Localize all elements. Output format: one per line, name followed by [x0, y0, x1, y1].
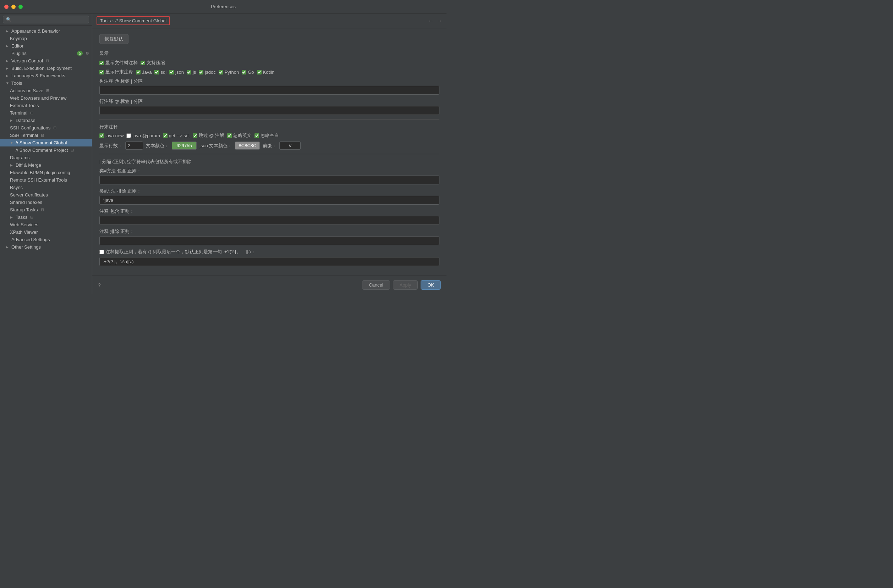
checkbox-kotlin-input[interactable]: [257, 70, 262, 75]
comment-include-input[interactable]: [99, 216, 439, 225]
checkbox-label: Go: [248, 69, 254, 75]
checkbox-json[interactable]: json: [169, 69, 184, 75]
comment-exclude-input[interactable]: [99, 236, 439, 245]
checkbox-js-input[interactable]: [187, 70, 191, 75]
checkbox-show-line-comment[interactable]: 显示行末注释: [99, 69, 133, 75]
sidebar-item-tools[interactable]: ▼ Tools: [0, 80, 92, 87]
sidebar-item-remote-ssh[interactable]: Remote SSH External Tools: [0, 176, 92, 184]
sidebar-item-server-certs[interactable]: Server Certificates: [0, 191, 92, 199]
sidebar-item-languages[interactable]: ▶ Languages & Frameworks: [0, 72, 92, 80]
checkbox-python[interactable]: Python: [219, 69, 239, 75]
checkbox-java-param-input[interactable]: [126, 134, 131, 138]
forward-arrow[interactable]: →: [437, 18, 442, 24]
gear-icon: ⊟: [46, 58, 49, 63]
nav-arrows: ← →: [428, 18, 442, 24]
restore-default-button[interactable]: 恢复默认: [99, 34, 128, 44]
help-icon[interactable]: ?: [98, 282, 101, 288]
checkbox-jsdoc-input[interactable]: [199, 70, 203, 75]
checkbox-java-new[interactable]: java new: [99, 133, 123, 138]
sidebar-item-web-services[interactable]: Web Services: [0, 221, 92, 228]
sidebar-item-tasks[interactable]: ▶ Tasks ⊟: [0, 213, 92, 221]
sidebar-item-build[interactable]: ▶ Build, Execution, Deployment: [0, 64, 92, 72]
checkbox-ignore-english[interactable]: 忽略英文: [227, 132, 252, 139]
gear-icon: ⊟: [71, 148, 74, 153]
display-rows-input[interactable]: [125, 141, 143, 150]
sidebar-item-plugins[interactable]: Plugins 5 ⚙: [0, 50, 92, 57]
regex-value-input[interactable]: [99, 257, 439, 266]
gear-icon: ⊟: [41, 133, 44, 138]
sidebar-item-label: Version Control: [11, 58, 43, 63]
sidebar-item-editor[interactable]: ▶ Editor: [0, 42, 92, 50]
sidebar-item-flowable[interactable]: Flowable BPMN plugin config: [0, 169, 92, 176]
checkbox-regex-note-input[interactable]: [99, 250, 104, 254]
back-arrow[interactable]: ←: [428, 18, 434, 24]
tree-comment-input[interactable]: [99, 86, 439, 95]
checkbox-get-set[interactable]: get --> set: [163, 133, 190, 138]
sidebar-item-version-control[interactable]: ▶ Version Control ⊟: [0, 57, 92, 64]
sidebar-item-startup-tasks[interactable]: Startup Tasks ⊟: [0, 206, 92, 213]
sidebar-item-diff-merge[interactable]: ▶ Diff & Merge: [0, 161, 92, 169]
checkbox-jsdoc[interactable]: jsdoc: [199, 69, 215, 75]
class-method-include-input[interactable]: [99, 176, 439, 184]
checkbox-label: Kotlin: [263, 69, 275, 75]
checkbox-java-new-input[interactable]: [99, 134, 104, 138]
sidebar-item-database[interactable]: ▶ Database: [0, 117, 92, 124]
sidebar-item-other-settings[interactable]: ▶ Other Settings: [0, 243, 92, 251]
checkbox-show-file-comment[interactable]: 显示文件树注释: [99, 60, 138, 66]
checkbox-skip-annotation-input[interactable]: [193, 134, 197, 138]
apply-button[interactable]: Apply: [393, 280, 418, 290]
checkbox-support-compress[interactable]: 支持压缩: [141, 60, 165, 66]
checkbox-regex-note[interactable]: 注释提取正则，若有 () 则取最后一个，默认正则是第一句 .+?(?:[。 ]|…: [99, 249, 256, 255]
main-content: ▶ Appearance & Behavior Keymap ▶ Editor …: [0, 14, 446, 294]
checkbox-java-param[interactable]: java @param: [126, 133, 160, 138]
line-comment-input[interactable]: [99, 106, 439, 115]
sidebar-item-external-tools[interactable]: External Tools: [0, 102, 92, 109]
checkbox-java[interactable]: Java: [136, 69, 152, 75]
checkbox-ignore-english-input[interactable]: [227, 134, 232, 138]
sidebar-item-appearance[interactable]: ▶ Appearance & Behavior: [0, 27, 92, 35]
sidebar-item-rsync[interactable]: Rsync: [0, 184, 92, 191]
checkbox-skip-annotation[interactable]: 跳过 @ 注解: [193, 132, 224, 139]
checkbox-label: sql: [161, 69, 167, 75]
class-method-exclude-input[interactable]: [99, 196, 439, 205]
checkbox-sql[interactable]: sql: [154, 69, 167, 75]
sidebar-item-shared-indexes[interactable]: Shared Indexes: [0, 199, 92, 206]
ok-button[interactable]: OK: [421, 280, 441, 290]
sidebar-item-show-comment-global[interactable]: ▼ // Show Comment Global: [0, 139, 92, 147]
sidebar-item-show-comment-project[interactable]: // Show Comment Project ⊟: [0, 147, 92, 154]
sidebar-item-advanced-settings[interactable]: Advanced Settings: [0, 236, 92, 243]
checkbox-show-line-comment-input[interactable]: [99, 70, 104, 75]
prefix-input[interactable]: [279, 141, 301, 150]
checkbox-get-set-input[interactable]: [163, 134, 167, 138]
checkbox-ignore-blank[interactable]: 忽略空白: [254, 132, 279, 139]
sidebar-item-label: SSH Terminal: [10, 133, 38, 138]
search-input[interactable]: [3, 16, 89, 23]
checkbox-sql-input[interactable]: [154, 70, 159, 75]
sidebar-item-xpath[interactable]: XPath Viewer: [0, 228, 92, 236]
checkbox-go-input[interactable]: [242, 70, 246, 75]
checkbox-js[interactable]: js: [187, 69, 196, 75]
checkbox-json-input[interactable]: [169, 70, 174, 75]
maximize-button[interactable]: [18, 4, 23, 9]
sidebar-item-actions-on-save[interactable]: Actions on Save ⊟: [0, 87, 92, 94]
sidebar-item-ssh-config[interactable]: SSH Configurations ⊟: [0, 124, 92, 132]
text-color-input[interactable]: [172, 141, 197, 150]
sidebar-item-terminal[interactable]: Terminal ⊟: [0, 109, 92, 117]
checkbox-show-file-comment-input[interactable]: [99, 61, 104, 65]
sidebar-item-web-browsers[interactable]: Web Browsers and Preview: [0, 94, 92, 102]
checkbox-support-compress-input[interactable]: [141, 61, 145, 65]
text-color-label: 文本颜色：: [146, 142, 169, 149]
checkbox-python-input[interactable]: [219, 70, 223, 75]
checkbox-java-input[interactable]: [136, 70, 141, 75]
sidebar-item-ssh-terminal[interactable]: SSH Terminal ⊟: [0, 132, 92, 139]
sidebar-item-diagrams[interactable]: Diagrams: [0, 154, 92, 161]
cancel-button[interactable]: Cancel: [362, 280, 390, 290]
close-button[interactable]: [4, 4, 9, 9]
json-text-color-input[interactable]: [235, 141, 260, 150]
minimize-button[interactable]: [11, 4, 16, 9]
checkbox-go[interactable]: Go: [242, 69, 254, 75]
checkbox-ignore-blank-input[interactable]: [254, 134, 259, 138]
checkbox-label: 忽略空白: [260, 132, 279, 139]
sidebar-item-keymap[interactable]: Keymap: [0, 35, 92, 42]
checkbox-kotlin[interactable]: Kotlin: [257, 69, 275, 75]
